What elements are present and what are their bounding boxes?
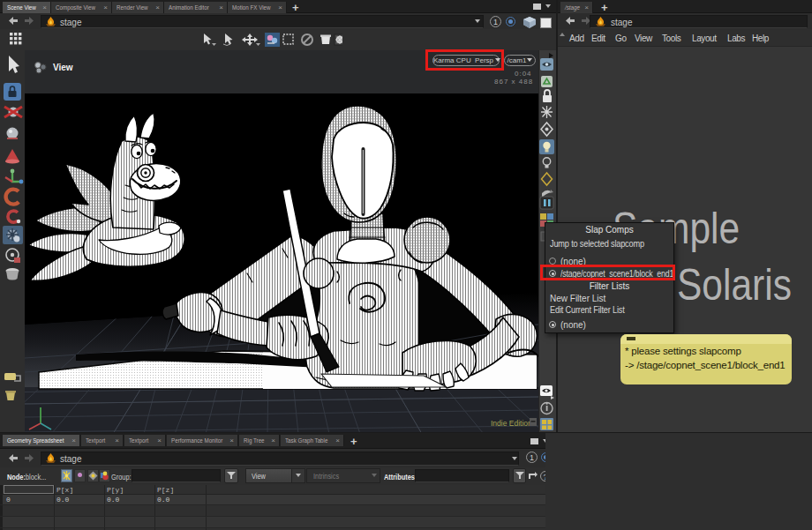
svg-text:Indie Edition: Indie Edition: [491, 419, 532, 428]
